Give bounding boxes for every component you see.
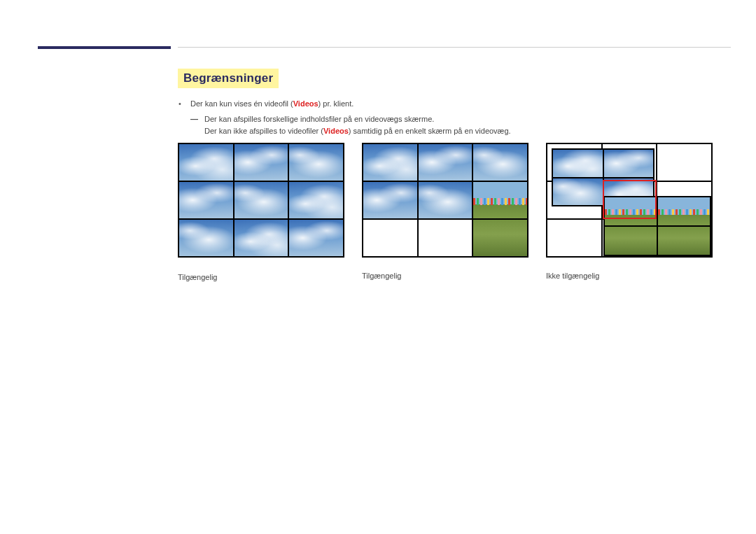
grid-cell	[289, 144, 343, 181]
grid-cell	[234, 182, 288, 218]
grid-cell-empty	[657, 144, 711, 181]
grid-cell	[605, 227, 657, 255]
example-2-caption: Tilgængelig	[362, 272, 528, 280]
grid-cell	[179, 220, 233, 256]
example-1: Tilgængelig	[178, 143, 344, 281]
sub-note-line1-row: ― Der kan afspilles forskellige indholds…	[190, 113, 731, 126]
sub-note-line2-before: Der kan ikke afspilles to videofiler (	[204, 127, 323, 135]
videowall-grid-2	[362, 143, 528, 258]
grid-cell-empty	[363, 220, 417, 256]
grid-cell	[658, 227, 710, 255]
grid-cell	[363, 182, 417, 218]
sub-note-line2-after: ) samtidig på en enkelt skærm på en vide…	[349, 127, 511, 135]
grid-cell	[605, 197, 657, 225]
grid-cell	[604, 150, 654, 177]
bullet-text-after: ) pr. klient.	[318, 99, 354, 108]
grid-cell	[289, 182, 343, 218]
videowall-grid-3	[546, 143, 713, 258]
example-1-caption: Tilgængelig	[178, 273, 344, 281]
grid-cell	[473, 144, 527, 181]
grid-cell	[419, 144, 472, 181]
bullet-dot-icon: •	[178, 98, 182, 111]
grid-cell	[179, 144, 233, 181]
section-heading: Begrænsninger	[178, 69, 279, 88]
sub-note-block: ― Der kan afspilles forskellige indholds…	[190, 113, 731, 138]
grid-cell	[289, 220, 343, 256]
grid-cell	[553, 178, 603, 206]
bullet-item: • Der kan kun vises én videofil (Videos)…	[178, 98, 731, 111]
bullet-videos-word: Videos	[293, 99, 318, 108]
sub-note-line1: Der kan afspilles forskellige indholdsfi…	[204, 115, 434, 123]
dash-icon: ―	[190, 113, 198, 126]
grid-cell	[234, 220, 288, 256]
grid-cell	[658, 197, 710, 225]
grid-cell	[419, 182, 472, 218]
example-3-caption: Ikke tilgængelig	[546, 272, 713, 280]
sub-note-line2-row: Der kan ikke afspilles to videofiler (Vi…	[190, 125, 731, 138]
grid-cell	[363, 144, 417, 181]
grid-cell	[179, 182, 233, 218]
sub-note-line2-videos: Videos	[323, 127, 349, 135]
header-accent-bar	[38, 46, 171, 49]
bullet-text-before: Der kan kun vises én videofil (	[190, 99, 293, 108]
grid-cell-empty	[547, 220, 601, 256]
videowall-grid-1	[178, 143, 344, 258]
document-page: Begrænsninger • Der kan kun vises én vid…	[0, 0, 756, 534]
grid3-field-panel	[603, 196, 711, 256]
header-rule	[178, 47, 731, 48]
example-grids-row: Tilgængelig Tilgængelig	[178, 143, 713, 281]
example-2: Tilgængelig	[362, 143, 528, 281]
grid-cell	[473, 182, 527, 218]
grid-cell	[473, 220, 527, 256]
content-area: Begrænsninger • Der kan kun vises én vid…	[178, 69, 731, 138]
bullet-text: Der kan kun vises én videofil (Videos) p…	[190, 98, 354, 111]
grid-cell-empty	[419, 220, 472, 256]
bullet-block: • Der kan kun vises én videofil (Videos)…	[178, 98, 731, 138]
grid-cell	[234, 144, 288, 181]
example-3: Ikke tilgængelig	[546, 143, 713, 281]
grid-cell	[553, 150, 603, 177]
